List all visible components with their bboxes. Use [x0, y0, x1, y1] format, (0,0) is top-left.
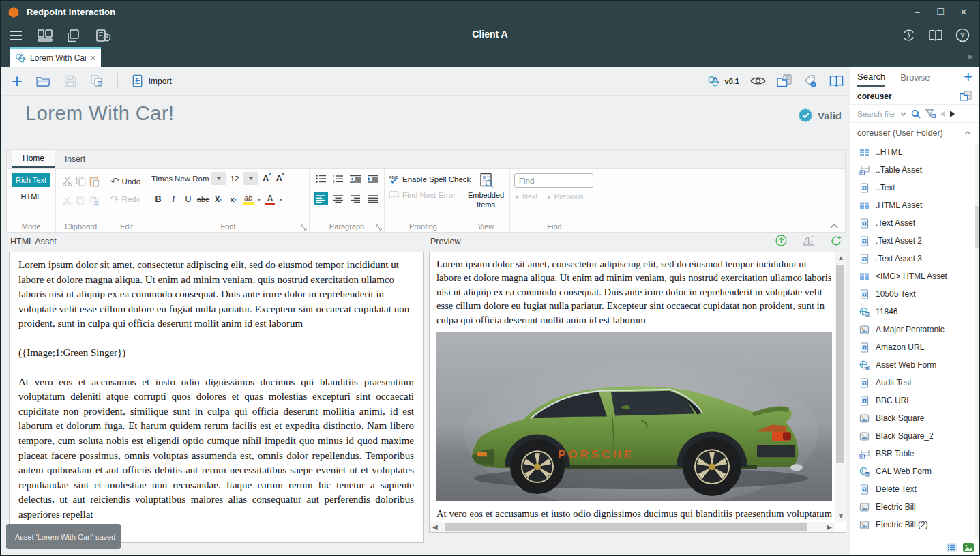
file-list-item[interactable]: T..Text	[850, 179, 975, 196]
search-icon[interactable]	[911, 109, 921, 119]
tab-overflow-icon[interactable]: »	[968, 51, 971, 61]
file-list-item[interactable]: T10505 Text	[850, 285, 975, 303]
cut-icon[interactable]	[62, 176, 72, 187]
ribbon-tab-home[interactable]: Home	[12, 150, 55, 168]
file-list-item[interactable]: ..HTML	[850, 143, 975, 161]
find-input[interactable]	[514, 173, 593, 188]
sidebar-tab-browse[interactable]: Browse	[900, 68, 930, 86]
font-size-select[interactable]: 12	[228, 175, 241, 183]
preview-eye-button[interactable]	[750, 76, 766, 86]
bullet-list-icon[interactable]	[314, 172, 328, 186]
file-list-item[interactable]: TAmazon URL	[850, 338, 975, 356]
paragraph-dialog-launcher-icon[interactable]	[376, 224, 382, 231]
preview-horizontal-scrollbar[interactable]: ◀ ▶	[430, 522, 835, 532]
file-list-item[interactable]: A Major Pentatonic	[850, 321, 975, 338]
embedded-items-button[interactable]: Embedded Items	[466, 173, 505, 210]
paste-special-icon[interactable]	[76, 196, 85, 205]
thumbnail-view-icon[interactable]	[963, 543, 974, 552]
copy-special-icon[interactable]	[90, 196, 99, 205]
new-asset-button[interactable]: +	[12, 74, 23, 88]
file-list-item[interactable]: T.Text Asset 2	[850, 232, 975, 250]
copy-asset-button[interactable]	[90, 74, 104, 87]
ribbon-tab-insert[interactable]: Insert	[55, 150, 95, 168]
superscript-button[interactable]: x▪	[226, 192, 240, 206]
align-center-button[interactable]	[331, 192, 346, 205]
file-list-item[interactable]: T.Text Asset 3	[850, 250, 975, 267]
file-list-item[interactable]: BSR Table	[850, 445, 975, 463]
file-list-item[interactable]: Black Square	[850, 409, 975, 427]
rich-text-mode-button[interactable]: Rich Text	[12, 173, 50, 187]
file-list-item[interactable]: ..Table Asset	[850, 161, 975, 179]
sync-icon[interactable]	[902, 28, 916, 42]
shrink-font-button[interactable]: A▼	[273, 173, 284, 184]
refresh-icon[interactable]	[831, 235, 842, 246]
highlight-dropdown-icon[interactable]: ▾	[256, 196, 262, 203]
copy-icon[interactable]	[76, 176, 86, 187]
vertical-scroll-thumb[interactable]	[836, 265, 844, 463]
import-button[interactable]: Import	[132, 74, 172, 87]
file-list-item[interactable]: T.Text Asset	[850, 214, 975, 232]
search-options-chevron-icon[interactable]	[900, 112, 906, 116]
file-list-item[interactable]: Black Square_2	[850, 427, 975, 445]
documentation-book-icon[interactable]	[928, 29, 943, 42]
strikethrough-button[interactable]: abe	[196, 192, 210, 206]
numbered-list-icon[interactable]: 12	[331, 172, 346, 186]
file-list-item[interactable]: <IMG> HTML Asset	[850, 267, 975, 285]
undo-button[interactable]: ↶Undo	[110, 175, 143, 188]
font-dialog-launcher-icon[interactable]	[301, 224, 307, 231]
sidebar-tab-search[interactable]: Search	[857, 68, 885, 87]
file-list-item[interactable]: Electric Bill	[850, 498, 975, 516]
file-list-item[interactable]: TDelete Text	[850, 480, 975, 498]
bold-button[interactable]: B	[151, 192, 165, 206]
library-button[interactable]	[829, 75, 844, 87]
subscript-button[interactable]: X▪	[211, 192, 225, 206]
file-list-item[interactable]: 11846	[850, 303, 975, 321]
decrease-indent-icon[interactable]	[348, 172, 363, 186]
grow-font-button[interactable]: A▲	[261, 173, 271, 184]
tab-close-icon[interactable]: ✕	[90, 54, 96, 63]
close-button[interactable]: ✕	[952, 7, 975, 17]
scroll-right-icon[interactable]: ▶	[827, 524, 832, 531]
file-list-item[interactable]: Asset Web Form	[850, 356, 975, 374]
highlight-color-button[interactable]: ab	[241, 194, 255, 205]
cut-alt-icon[interactable]	[63, 196, 72, 205]
scroll-up-icon[interactable]: ▲	[837, 254, 844, 261]
html-mode-button[interactable]: HTML	[11, 192, 51, 201]
underline-button[interactable]: U	[181, 192, 195, 206]
help-icon[interactable]: ?	[955, 28, 970, 42]
file-list-item[interactable]: CAL Web Form	[850, 463, 975, 480]
minimize-button[interactable]: –	[906, 7, 929, 17]
increase-indent-icon[interactable]	[366, 172, 381, 186]
sidebar-scroll-thumb[interactable]	[975, 206, 979, 248]
font-family-dropdown-icon[interactable]	[211, 172, 226, 185]
checkout-folder-button[interactable]	[777, 74, 793, 88]
file-list-item[interactable]: Embedded HTML	[850, 533, 975, 539]
folder-header[interactable]: coreuser (User Folder)	[850, 123, 979, 143]
history-back-icon[interactable]	[940, 111, 945, 117]
file-list-item[interactable]: TBBC URL	[850, 392, 975, 409]
filter-icon[interactable]	[925, 109, 936, 118]
tag-button[interactable]	[804, 74, 818, 88]
add-asset-button[interactable]: +	[964, 71, 972, 83]
history-forward-icon[interactable]	[950, 111, 955, 117]
sidebar-scrollbar[interactable]	[975, 143, 979, 539]
maximize-button[interactable]: ☐	[929, 7, 952, 17]
find-previous-button[interactable]: ▲ Previous	[546, 192, 584, 201]
font-color-button[interactable]: A	[263, 194, 277, 205]
save-button[interactable]	[64, 75, 76, 87]
search-files-input[interactable]	[857, 110, 895, 118]
font-family-select[interactable]: Times New Roman	[151, 175, 209, 183]
redo-button[interactable]: ↷Redo	[110, 193, 143, 205]
signature-icon[interactable]	[803, 235, 815, 246]
align-right-button[interactable]	[348, 192, 363, 205]
justify-button[interactable]	[366, 192, 381, 205]
publish-up-icon[interactable]	[775, 235, 787, 246]
horizontal-scroll-thumb[interactable]	[445, 523, 807, 531]
font-size-dropdown-icon[interactable]	[243, 172, 258, 185]
html-asset-editor[interactable]: Lorem ipsum dolor sit amet, consectetur …	[9, 252, 424, 543]
paste-icon[interactable]	[89, 176, 100, 187]
italic-button[interactable]: I	[166, 192, 180, 206]
find-next-button[interactable]: ▼ Next	[514, 192, 538, 201]
file-list-item[interactable]: Electric Bill (2)	[850, 516, 975, 533]
file-list-item[interactable]: .HTML Asset	[850, 196, 975, 214]
